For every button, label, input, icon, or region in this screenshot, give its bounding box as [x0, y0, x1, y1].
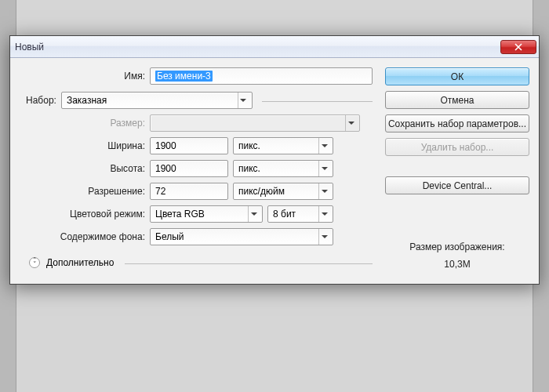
chevron-down-icon	[318, 138, 329, 154]
colormode-dropdown[interactable]: Цвета RGB	[150, 205, 263, 223]
chevron-down-icon	[318, 229, 329, 245]
colormode-value: Цвета RGB	[155, 209, 205, 220]
size-label: Размер:	[20, 118, 145, 129]
preset-value: Заказная	[67, 95, 107, 106]
colormode-label: Цветовой режим:	[20, 209, 145, 220]
settings-panel: Имя: Без имени-3 Набор: Заказная Размер:	[20, 67, 373, 273]
name-value: Без имени-3	[155, 71, 213, 82]
new-document-dialog: Новый Имя: Без имени-3 Набор: Заказная	[9, 35, 540, 285]
resolution-label: Разрешение:	[20, 186, 145, 197]
width-input[interactable]: 1900	[150, 137, 228, 154]
chevron-down-icon	[318, 183, 329, 199]
chevron-down-icon	[345, 115, 356, 131]
resolution-unit-dropdown[interactable]: пикс/дюйм	[233, 183, 333, 200]
advanced-row[interactable]: ˄˅ Дополнительно	[20, 257, 373, 268]
bits-dropdown[interactable]: 8 бит	[267, 205, 333, 223]
delete-preset-button: Удалить набор...	[385, 138, 529, 156]
resolution-row: Разрешение: 72 пикс/дюйм	[20, 183, 373, 200]
chevron-down-icon	[318, 161, 329, 176]
fieldset-rule	[125, 263, 373, 264]
name-input[interactable]: Без имени-3	[150, 67, 373, 85]
chevron-down-icon	[248, 206, 259, 222]
size-dropdown	[150, 114, 360, 132]
resolution-unit-value: пикс/дюйм	[238, 186, 285, 197]
preset-row: Набор: Заказная	[20, 92, 373, 109]
width-unit-dropdown[interactable]: пикс.	[233, 137, 333, 154]
advanced-label: Дополнительно	[46, 257, 114, 268]
chevron-down-icon	[318, 206, 329, 222]
spacer	[385, 162, 529, 171]
image-size-value: 10,3М	[385, 256, 529, 274]
save-preset-button[interactable]: Сохранить набор параметров...	[385, 114, 529, 132]
fieldset-rule	[262, 101, 373, 102]
cancel-button[interactable]: Отмена	[385, 91, 529, 109]
width-row: Ширина: 1900 пикс.	[20, 137, 373, 154]
expand-collapse-icon: ˄˅	[29, 257, 40, 268]
width-unit-value: пикс.	[238, 140, 260, 151]
size-row: Размер:	[20, 114, 373, 132]
height-unit-value: пикс.	[238, 163, 260, 174]
action-panel: ОК Отмена Сохранить набор параметров... …	[385, 67, 529, 273]
height-label: Высота:	[20, 163, 145, 174]
preset-label: Набор:	[26, 95, 56, 106]
height-row: Высота: 1900 пикс.	[20, 160, 373, 177]
height-input[interactable]: 1900	[150, 160, 228, 177]
ok-button[interactable]: ОК	[385, 67, 529, 85]
window-title: Новый	[15, 42, 500, 53]
background-dropdown[interactable]: Белый	[150, 228, 333, 245]
image-size-info: Размер изображения: 10,3М	[385, 239, 529, 273]
titlebar: Новый	[10, 36, 539, 58]
dialog-body: Имя: Без имени-3 Набор: Заказная Размер:	[10, 58, 539, 284]
app-backdrop: Новый Имя: Без имени-3 Набор: Заказная	[0, 0, 549, 392]
device-central-button[interactable]: Device Central...	[385, 176, 529, 194]
height-unit-dropdown[interactable]: пикс.	[233, 160, 333, 177]
image-size-label: Размер изображения:	[385, 239, 529, 256]
close-icon	[514, 43, 522, 51]
chevron-down-icon	[238, 93, 249, 108]
background-value: Белый	[155, 231, 184, 242]
background-row: Содержимое фона: Белый	[20, 228, 373, 245]
width-label: Ширина:	[20, 140, 145, 151]
name-row: Имя: Без имени-3	[20, 67, 373, 85]
close-button[interactable]	[500, 40, 536, 54]
preset-dropdown[interactable]: Заказная	[61, 92, 253, 109]
background-label: Содержимое фона:	[20, 231, 145, 242]
name-label: Имя:	[20, 71, 145, 82]
colormode-row: Цветовой режим: Цвета RGB 8 бит	[20, 205, 373, 223]
bits-value: 8 бит	[273, 209, 296, 220]
resolution-input[interactable]: 72	[150, 183, 228, 200]
